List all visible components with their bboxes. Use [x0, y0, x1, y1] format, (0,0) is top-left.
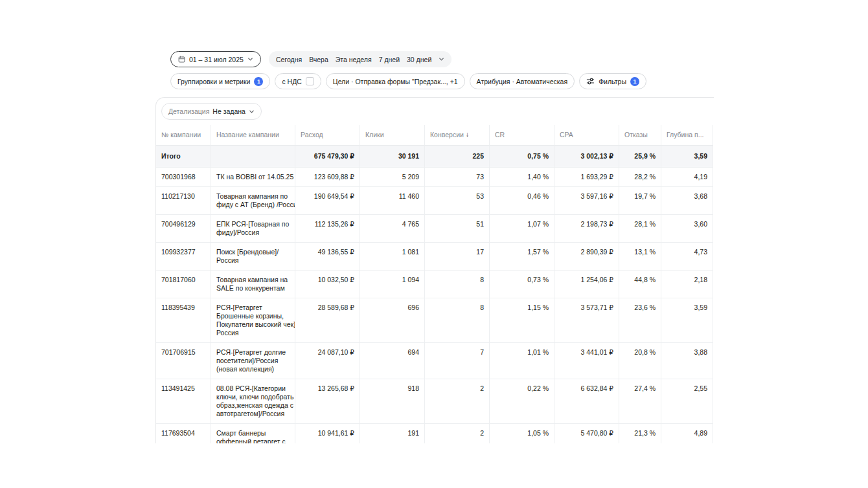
quick-range-this-week[interactable]: Эта неделя: [336, 56, 372, 63]
controls-panel: 01 – 31 июл 2025 Сегодня Вчера Эта недел…: [170, 51, 646, 89]
table-row[interactable]: 701706915РСЯ-[Ретаргет долгие посетители…: [156, 343, 713, 379]
groupings-metrics-button[interactable]: Группировки и метрики 1: [170, 73, 270, 89]
quick-range-7-days[interactable]: 7 дней: [379, 56, 400, 63]
cell-conversions: 8: [425, 271, 490, 298]
detalization-value: Не задана: [212, 107, 246, 115]
cell-clicks: 30 191: [360, 146, 425, 167]
cell-cpa: 3 573,71 ₽: [554, 298, 619, 342]
table-row[interactable]: 118395439РСЯ-[Ретаргет Брошенные корзины…: [156, 298, 713, 343]
cell-cr: 1,57 %: [490, 243, 554, 270]
cell-bounce: 20,8 %: [619, 343, 661, 379]
chevron-down-icon[interactable]: [439, 56, 444, 62]
quick-range-30-days[interactable]: 30 дней: [407, 56, 431, 63]
cell-id: 113491425: [156, 379, 211, 423]
vat-toggle-pill[interactable]: с НДС: [275, 73, 321, 89]
column-header-clicks[interactable]: Клики: [360, 125, 425, 146]
cell-bounce: 25,9 %: [619, 146, 661, 167]
column-header-label: CPA: [560, 131, 573, 139]
column-header-name[interactable]: Название кампании: [211, 125, 295, 146]
table-body: Итого675 479,30 ₽30 1912250,75 %3 002,13…: [156, 146, 713, 443]
cell-cr: 0,73 %: [490, 271, 554, 298]
statistics-card: Детализация Не задана № кампанииНазвание…: [155, 97, 714, 443]
cell-clicks: 918: [360, 379, 425, 423]
date-range-label: 01 – 31 июл 2025: [189, 56, 244, 63]
quick-range-today[interactable]: Сегодня: [276, 56, 302, 63]
cell-clicks: 694: [360, 343, 425, 379]
detalization-label: Детализация: [168, 107, 209, 115]
cell-bounce: 27,4 %: [619, 379, 661, 423]
table-row[interactable]: 700496129ЕПК РСЯ-[Товарная по фиду]/Росс…: [156, 215, 713, 243]
cell-id: 109932377: [156, 243, 211, 270]
cell-id: 700496129: [156, 215, 211, 242]
column-header-depth[interactable]: Глубина п...: [661, 125, 713, 146]
yandex-direct-statistics-page: 01 – 31 июл 2025 Сегодня Вчера Эта недел…: [0, 0, 868, 488]
column-header-conversions[interactable]: Конверсии↓: [425, 125, 490, 146]
cell-id: 701817060: [156, 271, 211, 298]
cell-name: 08.08 РСЯ-[Категории ключи, ключи подобр…: [211, 379, 295, 423]
table-row[interactable]: 701817060Товарная кампания на SALE по ко…: [156, 271, 713, 298]
cell-cost: 10 941,61 ₽: [295, 424, 360, 443]
cell-conversions: 2: [425, 379, 490, 423]
total-row[interactable]: Итого675 479,30 ₽30 1912250,75 %3 002,13…: [156, 146, 713, 168]
detalization-selector[interactable]: Детализация Не задана: [161, 103, 262, 120]
detalization-bar: Детализация Не задана: [161, 103, 714, 120]
goals-label: Цели · Отправка формы "Предзак..., +1: [333, 78, 458, 85]
cell-cpa: 3 597,16 ₽: [554, 187, 619, 214]
cell-id: 110217130: [156, 187, 211, 214]
vat-checkbox[interactable]: [306, 77, 314, 85]
cell-cr: 1,07 %: [490, 215, 554, 242]
cell-clicks: 696: [360, 298, 425, 342]
column-header-cr[interactable]: CR: [490, 125, 554, 146]
quick-range-yesterday[interactable]: Вчера: [309, 56, 328, 63]
table-row[interactable]: 11349142508.08 РСЯ-[Категории ключи, клю…: [156, 379, 713, 424]
cell-bounce: 28,2 %: [619, 168, 661, 186]
filter-controls-row: Группировки и метрики 1 с НДС Цели · Отп…: [170, 73, 646, 89]
cell-name: ТК на BOBBI от 14.05.25: [211, 168, 295, 186]
column-header-label: Отказы: [624, 131, 648, 139]
cell-name: Смарт баннеры офферный ретаргет с: [211, 424, 295, 443]
table-header-row: № кампанииНазвание кампанииРасходКликиКо…: [156, 125, 713, 146]
cell-name: Поиск [Брендовые]/ Россия: [211, 243, 295, 270]
cell-conversions: 2: [425, 424, 490, 443]
cell-bounce: 21,3 %: [619, 424, 661, 443]
cell-name: РСЯ-[Ретаргет долгие посетители]/Россия …: [211, 343, 295, 379]
statistics-table: № кампанииНазвание кампанииРасходКликиКо…: [156, 125, 713, 443]
column-header-label: Конверсии: [430, 131, 464, 139]
attribution-selector-button[interactable]: Атрибуция · Автоматическая: [470, 73, 575, 89]
goals-selector-button[interactable]: Цели · Отправка формы "Предзак..., +1: [326, 73, 465, 89]
cell-clicks: 191: [360, 424, 425, 443]
column-header-label: Клики: [365, 131, 384, 139]
cell-conversions: 53: [425, 187, 490, 214]
cell-bounce: 19,7 %: [619, 187, 661, 214]
cell-depth: 3,59: [661, 298, 713, 342]
cell-depth: 3,60: [661, 215, 713, 242]
table-row[interactable]: 700301968ТК на BOBBI от 14.05.25123 609,…: [156, 168, 713, 187]
column-header-bounce[interactable]: Отказы: [619, 125, 661, 146]
groupings-count-badge: 1: [254, 77, 263, 86]
cell-name: [211, 146, 295, 167]
quick-range-group: Сегодня Вчера Эта неделя 7 дней 30 дней: [269, 51, 451, 67]
filters-button[interactable]: Фильтры 1: [579, 73, 646, 89]
date-range-picker[interactable]: 01 – 31 июл 2025: [170, 51, 261, 67]
cell-id: Итого: [156, 146, 211, 167]
cell-bounce: 28,1 %: [619, 215, 661, 242]
cell-conversions: 17: [425, 243, 490, 270]
table-row[interactable]: 110217130Товарная кампания по фиду с АТ …: [156, 187, 713, 215]
column-header-cost[interactable]: Расход: [295, 125, 360, 146]
table-row[interactable]: 117693504Смарт баннеры офферный ретаргет…: [156, 424, 713, 443]
filters-count-badge: 1: [630, 77, 639, 86]
cell-depth: 4,19: [661, 168, 713, 186]
cell-clicks: 4 765: [360, 215, 425, 242]
cell-id: 700301968: [156, 168, 211, 186]
column-header-label: Расход: [301, 131, 323, 139]
cell-depth: 2,55: [661, 379, 713, 423]
table-row[interactable]: 109932377Поиск [Брендовые]/ Россия49 136…: [156, 243, 713, 271]
calendar-icon: [178, 56, 185, 63]
chevron-down-icon: [247, 56, 253, 62]
cell-depth: 3,68: [661, 187, 713, 214]
cell-depth: 3,59: [661, 146, 713, 167]
sort-desc-icon: ↓: [466, 131, 469, 139]
column-header-id[interactable]: № кампании: [156, 125, 211, 146]
column-header-cpa[interactable]: CPA: [554, 125, 619, 146]
cell-name: Товарная кампания на SALE по конкурентам: [211, 271, 295, 298]
